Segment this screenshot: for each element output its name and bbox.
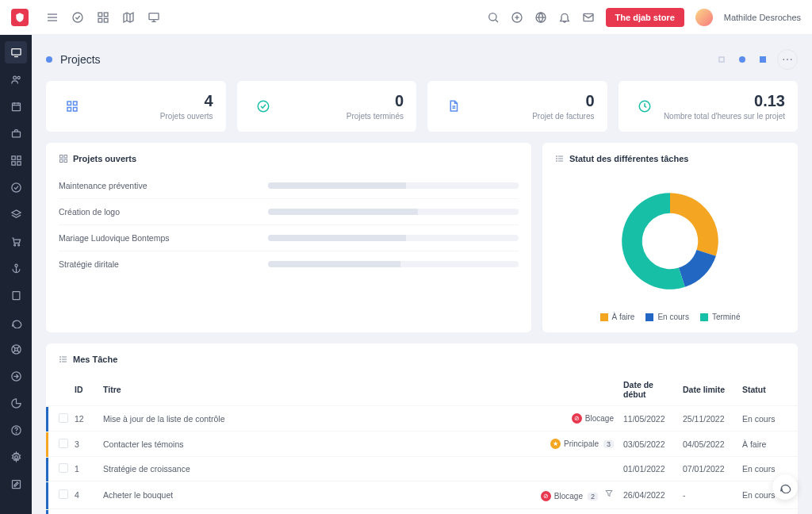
svg-rect-55 [67, 102, 71, 105]
project-row[interactable]: Maintenance préventive [59, 173, 519, 199]
task-title: Priorité [103, 509, 528, 515]
sidebar-item-pie[interactable] [5, 392, 27, 414]
svg-line-43 [17, 346, 20, 348]
svg-point-72 [557, 161, 557, 162]
task-date-due: 25/11/2022 [683, 406, 742, 432]
stat-card[interactable]: 4 Projets ouverts [46, 81, 226, 132]
apps-icon[interactable] [97, 11, 109, 24]
sidebar-item-help[interactable] [5, 419, 27, 441]
sidebar-item-anchor[interactable] [5, 257, 27, 279]
logo[interactable] [11, 9, 29, 26]
task-id: 1 [75, 457, 103, 481]
sidebar-item-calendar[interactable] [5, 95, 27, 117]
sidebar-item-tasks[interactable] [5, 176, 27, 198]
checkbox[interactable] [59, 489, 68, 499]
svg-point-13 [488, 13, 496, 20]
col-id[interactable]: ID [75, 374, 103, 406]
sidebar-item-grid[interactable] [5, 149, 27, 171]
view-toggle-1[interactable] [715, 53, 728, 66]
filter-icon[interactable] [601, 488, 617, 499]
avatar[interactable] [695, 9, 713, 26]
page-header: Projects ⋯ [46, 49, 798, 70]
plus-circle-icon[interactable] [511, 11, 523, 24]
legend-item: En cours [645, 313, 688, 321]
chat-fab[interactable] [772, 474, 798, 500]
stat-card[interactable]: 0.13 Nombre total d'heures sur le projet [619, 81, 799, 132]
file-icon [440, 93, 467, 120]
col-status[interactable]: Statut [742, 374, 798, 406]
sidebar-item-settings[interactable] [5, 446, 27, 468]
task-title: Acheter le bouquet [103, 481, 528, 509]
project-progress [268, 182, 519, 189]
svg-line-42 [13, 346, 15, 348]
stat-card[interactable]: 0 Projet de factures [427, 81, 607, 132]
sidebar-item-edit[interactable] [5, 473, 27, 495]
stat-value: 4 [160, 92, 213, 110]
task-title: Contacter les témoins [103, 432, 528, 457]
view-toggle-2[interactable] [736, 53, 749, 66]
check-icon[interactable] [71, 11, 84, 24]
task-date-due: 04/05/2022 [683, 432, 742, 457]
sidebar-item-cart[interactable] [5, 230, 27, 252]
col-date-due[interactable]: Date limite [683, 374, 742, 406]
more-button[interactable]: ⋯ [777, 49, 798, 70]
globe-icon[interactable] [534, 11, 547, 24]
col-date-start[interactable]: Date de début [623, 374, 683, 406]
legend-item: Terminé [700, 313, 741, 321]
task-row[interactable]: 3 Contacter les témoins ★Principale3 03/… [46, 432, 798, 457]
task-row[interactable]: 1 Stratégie de croissance 01/01/2022 07/… [46, 457, 798, 481]
sidebar-item-briefcase[interactable] [5, 122, 27, 144]
page-dot-icon [46, 56, 52, 63]
list-icon [59, 355, 68, 364]
search-icon[interactable] [487, 11, 500, 24]
clock-icon [631, 93, 658, 120]
svg-rect-32 [11, 161, 14, 164]
task-row[interactable]: 8 Priorité - - En cours [46, 509, 798, 515]
sidebar-item-book[interactable] [5, 284, 27, 306]
task-row[interactable]: 4 Acheter le bouquet ⊘Blocage2 26/04/202… [46, 481, 798, 509]
svg-point-53 [739, 56, 745, 63]
project-row[interactable]: Mariage Ludovique Bontemps [59, 225, 519, 251]
sidebar [0, 35, 32, 514]
sidebar-item-chat[interactable] [5, 311, 27, 333]
sidebar-item-support[interactable] [5, 338, 27, 360]
task-status: En cours [742, 509, 798, 515]
menu-icon[interactable] [46, 11, 59, 24]
task-row[interactable]: 12 Mise à jour de la liste de contrôle ⊘… [46, 406, 798, 432]
task-date-start: 26/04/2022 [623, 481, 683, 509]
open-projects-title: Projets ouverts [59, 154, 519, 163]
monitor-icon[interactable] [147, 11, 160, 24]
project-progress [268, 235, 519, 241]
store-button[interactable]: The djab store [606, 8, 684, 27]
project-row[interactable]: Création de logo [59, 199, 519, 225]
task-id: 8 [75, 509, 103, 515]
project-progress [268, 261, 519, 267]
svg-rect-52 [719, 57, 724, 62]
stat-value: 0 [532, 92, 594, 110]
task-id: 3 [75, 432, 103, 457]
task-status-title: Statut des différentes tâches [555, 154, 785, 163]
stat-value: 0.13 [664, 92, 785, 110]
col-title[interactable]: Titre [103, 374, 528, 406]
block-icon: ⊘ [572, 413, 582, 424]
sidebar-item-logout[interactable] [5, 365, 27, 387]
list-icon [555, 154, 565, 163]
map-icon[interactable] [122, 11, 135, 24]
sidebar-item-layers[interactable] [5, 203, 27, 225]
view-toggle-3[interactable] [756, 53, 769, 66]
mail-icon[interactable] [582, 11, 595, 24]
tasks-panel: Mes Tâche ID Titre Date de début Date li… [46, 343, 798, 514]
bell-icon[interactable] [558, 11, 571, 24]
checkbox[interactable] [59, 439, 68, 448]
checkbox[interactable] [59, 463, 68, 473]
svg-rect-31 [17, 155, 20, 159]
project-row[interactable]: Stratégie diritale [59, 251, 519, 277]
main-content: Projects ⋯ 4 Projets ouverts 0 [32, 35, 812, 514]
sidebar-item-users[interactable] [5, 68, 27, 90]
stat-card[interactable]: 0 Projets terminés [237, 81, 417, 132]
checkbox[interactable] [59, 413, 68, 423]
task-date-start: - [623, 509, 683, 515]
stat-label: Projets ouverts [160, 112, 213, 121]
sidebar-item-dashboard[interactable] [5, 41, 27, 63]
svg-rect-65 [60, 159, 63, 163]
